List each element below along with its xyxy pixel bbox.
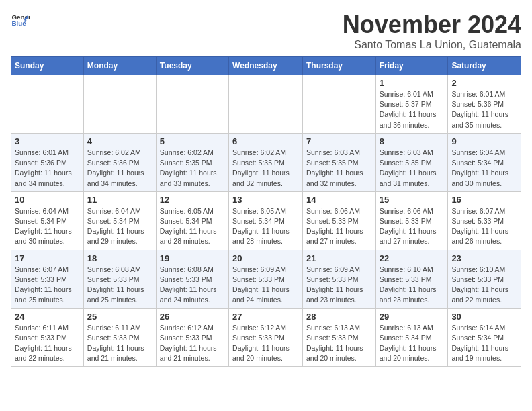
table-row: 20Sunrise: 6:09 AMSunset: 5:33 PMDayligh…	[229, 250, 303, 308]
header-tuesday: Tuesday	[156, 57, 228, 75]
day-number: 10	[15, 195, 80, 205]
day-number: 6	[232, 136, 299, 146]
table-row: 27Sunrise: 6:12 AMSunset: 5:33 PMDayligh…	[229, 308, 303, 367]
table-row: 13Sunrise: 6:05 AMSunset: 5:34 PMDayligh…	[229, 191, 303, 250]
day-number: 30	[451, 312, 517, 322]
day-info: Sunrise: 6:08 AMSunset: 5:33 PMDaylight:…	[87, 265, 152, 306]
day-info: Sunrise: 6:02 AMSunset: 5:36 PMDaylight:…	[87, 148, 152, 189]
day-info: Sunrise: 6:06 AMSunset: 5:33 PMDaylight:…	[380, 206, 445, 247]
day-number: 22	[380, 253, 445, 263]
calendar-week-row: 17Sunrise: 6:07 AMSunset: 5:33 PMDayligh…	[11, 250, 521, 308]
day-number: 16	[451, 195, 517, 205]
day-info: Sunrise: 6:07 AMSunset: 5:33 PMDaylight:…	[15, 265, 80, 306]
day-info: Sunrise: 6:14 AMSunset: 5:34 PMDaylight:…	[451, 323, 517, 364]
table-row: 3Sunrise: 6:01 AMSunset: 5:36 PMDaylight…	[11, 133, 84, 191]
header-wednesday: Wednesday	[229, 57, 303, 75]
day-info: Sunrise: 6:10 AMSunset: 5:33 PMDaylight:…	[451, 265, 517, 306]
header-area: General Blue November 2024 Santo Tomas L…	[11, 11, 521, 51]
day-info: Sunrise: 6:01 AMSunset: 5:36 PMDaylight:…	[15, 148, 80, 189]
day-info: Sunrise: 6:10 AMSunset: 5:33 PMDaylight:…	[380, 265, 445, 306]
day-number: 19	[160, 253, 225, 263]
table-row: 7Sunrise: 6:03 AMSunset: 5:35 PMDaylight…	[302, 133, 375, 191]
day-number: 20	[232, 253, 299, 263]
day-info: Sunrise: 6:06 AMSunset: 5:33 PMDaylight:…	[306, 206, 372, 247]
table-row: 25Sunrise: 6:11 AMSunset: 5:33 PMDayligh…	[83, 308, 156, 367]
day-info: Sunrise: 6:13 AMSunset: 5:33 PMDaylight:…	[306, 323, 372, 364]
day-info: Sunrise: 6:04 AMSunset: 5:34 PMDaylight:…	[87, 206, 152, 247]
day-info: Sunrise: 6:03 AMSunset: 5:35 PMDaylight:…	[380, 148, 445, 189]
table-row: 4Sunrise: 6:02 AMSunset: 5:36 PMDaylight…	[83, 133, 156, 191]
table-row: 24Sunrise: 6:11 AMSunset: 5:33 PMDayligh…	[11, 308, 84, 367]
table-row: 1Sunrise: 6:01 AMSunset: 5:37 PMDaylight…	[375, 75, 448, 134]
day-info: Sunrise: 6:13 AMSunset: 5:34 PMDaylight:…	[380, 323, 445, 364]
table-row	[302, 75, 375, 134]
day-info: Sunrise: 6:09 AMSunset: 5:33 PMDaylight:…	[232, 265, 299, 306]
day-number: 14	[306, 195, 372, 205]
table-row: 2Sunrise: 6:01 AMSunset: 5:36 PMDaylight…	[448, 75, 521, 134]
table-row: 6Sunrise: 6:02 AMSunset: 5:35 PMDaylight…	[229, 133, 303, 191]
table-row: 21Sunrise: 6:09 AMSunset: 5:33 PMDayligh…	[302, 250, 375, 308]
day-info: Sunrise: 6:12 AMSunset: 5:33 PMDaylight:…	[160, 323, 225, 364]
table-row: 18Sunrise: 6:08 AMSunset: 5:33 PMDayligh…	[83, 250, 156, 308]
calendar-table: Sunday Monday Tuesday Wednesday Thursday…	[11, 56, 521, 367]
table-row: 29Sunrise: 6:13 AMSunset: 5:34 PMDayligh…	[375, 308, 448, 367]
day-info: Sunrise: 6:01 AMSunset: 5:37 PMDaylight:…	[380, 89, 445, 130]
header-sunday: Sunday	[11, 57, 84, 75]
svg-text:Blue: Blue	[11, 19, 26, 27]
header-thursday: Thursday	[302, 57, 375, 75]
header-saturday: Saturday	[448, 57, 521, 75]
table-row: 16Sunrise: 6:07 AMSunset: 5:33 PMDayligh…	[448, 191, 521, 250]
day-number: 29	[380, 312, 445, 322]
day-number: 23	[451, 253, 517, 263]
day-number: 17	[15, 253, 80, 263]
day-info: Sunrise: 6:09 AMSunset: 5:33 PMDaylight:…	[306, 265, 372, 306]
table-row: 8Sunrise: 6:03 AMSunset: 5:35 PMDaylight…	[375, 133, 448, 191]
day-number: 8	[380, 136, 445, 146]
day-info: Sunrise: 6:08 AMSunset: 5:33 PMDaylight:…	[160, 265, 225, 306]
table-row: 28Sunrise: 6:13 AMSunset: 5:33 PMDayligh…	[302, 308, 375, 367]
calendar-week-row: 10Sunrise: 6:04 AMSunset: 5:34 PMDayligh…	[11, 191, 521, 250]
day-info: Sunrise: 6:05 AMSunset: 5:34 PMDaylight:…	[160, 206, 225, 247]
calendar-week-row: 1Sunrise: 6:01 AMSunset: 5:37 PMDaylight…	[11, 75, 521, 134]
day-info: Sunrise: 6:12 AMSunset: 5:33 PMDaylight:…	[232, 323, 299, 364]
day-info: Sunrise: 6:07 AMSunset: 5:33 PMDaylight:…	[451, 206, 517, 247]
table-row: 15Sunrise: 6:06 AMSunset: 5:33 PMDayligh…	[375, 191, 448, 250]
table-row: 22Sunrise: 6:10 AMSunset: 5:33 PMDayligh…	[375, 250, 448, 308]
table-row: 17Sunrise: 6:07 AMSunset: 5:33 PMDayligh…	[11, 250, 84, 308]
table-row	[11, 75, 84, 134]
table-row: 5Sunrise: 6:02 AMSunset: 5:35 PMDaylight…	[156, 133, 228, 191]
table-row: 23Sunrise: 6:10 AMSunset: 5:33 PMDayligh…	[448, 250, 521, 308]
day-number: 5	[160, 136, 225, 146]
table-row: 19Sunrise: 6:08 AMSunset: 5:33 PMDayligh…	[156, 250, 228, 308]
day-number: 24	[15, 312, 80, 322]
table-row	[156, 75, 228, 134]
day-info: Sunrise: 6:03 AMSunset: 5:35 PMDaylight:…	[306, 148, 372, 189]
day-info: Sunrise: 6:11 AMSunset: 5:33 PMDaylight:…	[15, 323, 80, 364]
day-number: 18	[87, 253, 152, 263]
logo: General Blue	[11, 11, 30, 30]
calendar-week-row: 24Sunrise: 6:11 AMSunset: 5:33 PMDayligh…	[11, 308, 521, 367]
title-area: November 2024 Santo Tomas La Union, Guat…	[343, 11, 521, 51]
table-row: 26Sunrise: 6:12 AMSunset: 5:33 PMDayligh…	[156, 308, 228, 367]
calendar-week-row: 3Sunrise: 6:01 AMSunset: 5:36 PMDaylight…	[11, 133, 521, 191]
day-number: 12	[160, 195, 225, 205]
header-monday: Monday	[83, 57, 156, 75]
day-number: 25	[87, 312, 152, 322]
day-number: 27	[232, 312, 299, 322]
header-friday: Friday	[375, 57, 448, 75]
day-number: 28	[306, 312, 372, 322]
day-info: Sunrise: 6:11 AMSunset: 5:33 PMDaylight:…	[87, 323, 152, 364]
day-number: 4	[87, 136, 152, 146]
table-row	[229, 75, 303, 134]
table-row: 11Sunrise: 6:04 AMSunset: 5:34 PMDayligh…	[83, 191, 156, 250]
day-info: Sunrise: 6:02 AMSunset: 5:35 PMDaylight:…	[160, 148, 225, 189]
table-row: 10Sunrise: 6:04 AMSunset: 5:34 PMDayligh…	[11, 191, 84, 250]
calendar-subtitle: Santo Tomas La Union, Guatemala	[343, 39, 521, 51]
table-row: 12Sunrise: 6:05 AMSunset: 5:34 PMDayligh…	[156, 191, 228, 250]
day-info: Sunrise: 6:02 AMSunset: 5:35 PMDaylight:…	[232, 148, 299, 189]
table-row	[83, 75, 156, 134]
day-number: 15	[380, 195, 445, 205]
table-row: 30Sunrise: 6:14 AMSunset: 5:34 PMDayligh…	[448, 308, 521, 367]
day-number: 13	[232, 195, 299, 205]
day-info: Sunrise: 6:04 AMSunset: 5:34 PMDaylight:…	[15, 206, 80, 247]
